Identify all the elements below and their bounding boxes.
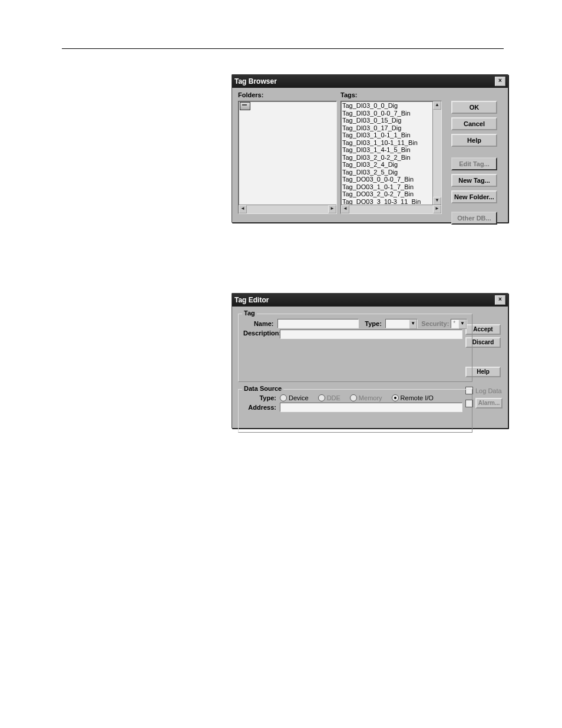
list-item[interactable]: Tag_DI03_1_0-1_1_Bin: [342, 131, 431, 139]
tag-editor-title: Tag Editor: [234, 296, 269, 304]
tag-group: Tag Name: Type: ▼ Security: * ▼ Descript…: [238, 314, 472, 382]
scroll-right-icon[interactable]: ►: [433, 205, 441, 213]
name-label: Name:: [243, 320, 274, 327]
edit-tag-button: Edit Tag...: [451, 157, 497, 170]
list-item[interactable]: Tag_DO03_1_0-1_7_Bin: [342, 183, 431, 191]
new-folder-button[interactable]: New Folder...: [451, 190, 497, 203]
security-label: Security:: [421, 320, 447, 327]
radio-remote-io[interactable]: Remote I/O: [392, 394, 434, 401]
folder-icon: [240, 102, 250, 110]
scroll-up-icon[interactable]: ▲: [433, 101, 441, 110]
list-item[interactable]: Tag_DI03_2_0-2_2_Bin: [342, 154, 431, 162]
list-item[interactable]: Tag_DI03_2_5_Dig: [342, 169, 431, 176]
folders-tree[interactable]: ◄ ►: [238, 101, 337, 214]
tag-editor-titlebar[interactable]: Tag Editor ×: [232, 294, 508, 307]
other-db-button: Other DB...: [451, 212, 497, 225]
type-label: Type:: [362, 320, 382, 327]
list-item[interactable]: Tag_DI03_0_0-0_7_Bin: [342, 110, 431, 117]
tag-browser-titlebar[interactable]: Tag Browser ×: [232, 75, 508, 88]
ds-type-label: Type:: [243, 394, 276, 401]
tags-label: Tags:: [340, 91, 358, 98]
data-source-group: Data Source Type: Device DDE Memory Remo…: [238, 389, 472, 433]
description-field[interactable]: [280, 330, 462, 339]
data-source-title: Data Source: [242, 385, 283, 392]
chevron-down-icon: ▼: [458, 319, 467, 329]
folders-label: Folders:: [238, 91, 263, 98]
folders-hscrollbar[interactable]: ◄ ►: [239, 205, 336, 213]
close-icon[interactable]: ×: [495, 77, 505, 86]
security-combo: * ▼: [451, 319, 467, 328]
help-button[interactable]: Help: [451, 134, 497, 147]
tags-listbox[interactable]: Tag_DI03_0_0_DigTag_DI03_0_0-0_7_BinTag_…: [340, 101, 442, 214]
type-combo[interactable]: ▼: [385, 319, 418, 328]
list-item[interactable]: Tag_DI03_2_4_Dig: [342, 161, 431, 169]
chevron-down-icon[interactable]: ▼: [409, 319, 417, 329]
list-item[interactable]: Tag_DI03_1_10-1_11_Bin: [342, 139, 431, 147]
log-data-label: Log Data: [475, 387, 502, 394]
list-item[interactable]: Tag_DI03_0_17_Dig: [342, 124, 431, 132]
list-item[interactable]: Tag_DI03_1_4-1_5_Bin: [342, 146, 431, 154]
close-icon[interactable]: ×: [495, 295, 505, 305]
radio-dde: DDE: [318, 394, 340, 401]
ok-button[interactable]: OK: [451, 101, 497, 114]
address-field[interactable]: [280, 403, 462, 412]
name-field[interactable]: [277, 319, 359, 328]
scroll-down-icon[interactable]: ▼: [433, 197, 441, 205]
list-item[interactable]: Tag_DO03_0_0-0_7_Bin: [342, 176, 431, 183]
scroll-right-icon[interactable]: ►: [328, 205, 336, 213]
tags-vscrollbar[interactable]: ▲ ▼: [432, 101, 441, 205]
tag-group-title: Tag: [242, 309, 257, 317]
description-label: Description:: [243, 330, 276, 337]
radio-device[interactable]: Device: [280, 394, 309, 401]
tag-browser-title: Tag Browser: [234, 77, 277, 85]
new-tag-button[interactable]: New Tag...: [451, 174, 497, 187]
list-item[interactable]: Tag_DO03_2_0-2_7_Bin: [342, 190, 431, 198]
scroll-left-icon[interactable]: ◄: [239, 205, 247, 213]
tag-editor-dialog: Tag Editor × Accept Discard Help Log Dat…: [232, 293, 508, 429]
scroll-left-icon[interactable]: ◄: [341, 205, 349, 213]
list-item[interactable]: Tag_DI03_0_15_Dig: [342, 117, 431, 124]
address-label: Address:: [243, 404, 276, 411]
tag-browser-dialog: Tag Browser × Folders: Tags: ◄ ► Tag_DI0…: [232, 74, 508, 223]
cancel-button[interactable]: Cancel: [451, 117, 497, 130]
page-rule: [62, 48, 504, 49]
alarm-button: Alarm...: [475, 398, 503, 409]
security-value: *: [453, 320, 455, 327]
tags-hscrollbar[interactable]: ◄ ►: [341, 205, 441, 213]
radio-memory: Memory: [350, 394, 382, 401]
list-item[interactable]: Tag_DI03_0_0_Dig: [342, 102, 431, 110]
